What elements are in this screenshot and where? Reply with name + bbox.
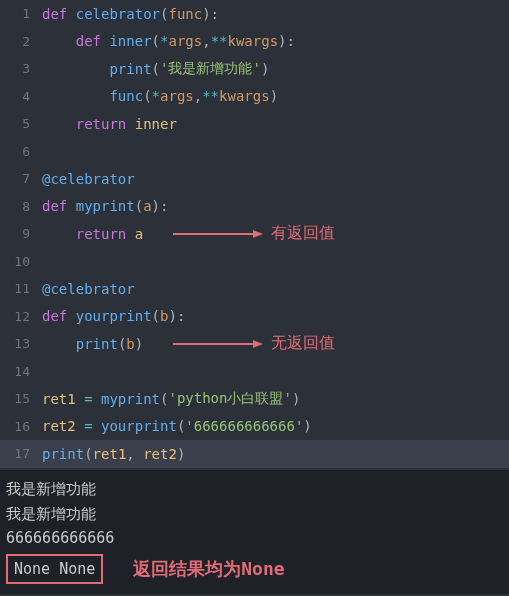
arrow-icon — [173, 229, 263, 239]
line-number: 9 — [0, 226, 42, 241]
code-line[interactable]: 15ret1 = myprint('python小白联盟') — [0, 385, 509, 413]
line-number: 1 — [0, 6, 42, 21]
code-content: func(*args,**kwargs) — [42, 88, 278, 104]
code-line[interactable]: 4 func(*args,**kwargs) — [0, 83, 509, 111]
code-annotation: 有返回值 — [271, 223, 335, 244]
code-line[interactable]: 10 — [0, 248, 509, 276]
code-line[interactable]: 16ret2 = yourprint('666666666666') — [0, 413, 509, 441]
code-line[interactable]: 12def yourprint(b): — [0, 303, 509, 331]
svg-marker-1 — [253, 230, 263, 238]
line-number: 12 — [0, 309, 42, 324]
line-number: 13 — [0, 336, 42, 351]
code-content: def celebrator(func): — [42, 6, 219, 22]
code-editor: 1def celebrator(func):2 def inner(*args,… — [0, 0, 509, 470]
code-content: def yourprint(b): — [42, 308, 185, 324]
line-number: 4 — [0, 89, 42, 104]
line-number: 6 — [0, 144, 42, 159]
code-content: print('我是新增功能') — [42, 60, 269, 78]
code-line[interactable]: 13 print(b)无返回值 — [0, 330, 509, 358]
line-number: 7 — [0, 171, 42, 186]
line-number: 17 — [0, 446, 42, 461]
code-annotation: 无返回值 — [271, 333, 335, 354]
line-number: 5 — [0, 116, 42, 131]
code-content: ret2 = yourprint('666666666666') — [42, 418, 312, 434]
line-number: 10 — [0, 254, 42, 269]
code-content: print(ret1, ret2) — [42, 446, 185, 462]
none-result-box: None None — [6, 554, 103, 585]
code-line[interactable]: 11@celebrator — [0, 275, 509, 303]
code-line[interactable]: 17print(ret1, ret2) — [0, 440, 509, 468]
code-line[interactable]: 2 def inner(*args,**kwargs): — [0, 28, 509, 56]
output-panel: 我是新增功能我是新增功能666666666666 None None 返回结果均… — [0, 470, 509, 594]
code-content: def inner(*args,**kwargs): — [42, 33, 295, 49]
code-line[interactable]: 9 return a有返回值 — [0, 220, 509, 248]
line-number: 16 — [0, 419, 42, 434]
code-content: @celebrator — [42, 171, 135, 187]
line-number: 11 — [0, 281, 42, 296]
code-content: return a有返回值 — [42, 223, 335, 244]
code-line[interactable]: 3 print('我是新增功能') — [0, 55, 509, 83]
code-line[interactable]: 1def celebrator(func): — [0, 0, 509, 28]
output-line: 我是新增功能 — [6, 478, 503, 501]
output-line: 我是新增功能 — [6, 503, 503, 526]
code-line[interactable]: 8def myprint(a): — [0, 193, 509, 221]
line-number: 8 — [0, 199, 42, 214]
code-content: ret1 = myprint('python小白联盟') — [42, 390, 300, 408]
code-content: print(b)无返回值 — [42, 333, 335, 354]
code-line[interactable]: 5 return inner — [0, 110, 509, 138]
code-line[interactable]: 6 — [0, 138, 509, 166]
arrow-icon — [173, 339, 263, 349]
code-content: @celebrator — [42, 281, 135, 297]
result-annotation: 返回结果均为None — [133, 555, 284, 582]
line-number: 2 — [0, 34, 42, 49]
output-line: 666666666666 — [6, 527, 503, 550]
line-number: 3 — [0, 61, 42, 76]
line-number: 14 — [0, 364, 42, 379]
code-content: return inner — [42, 116, 177, 132]
code-line[interactable]: 14 — [0, 358, 509, 386]
line-number: 15 — [0, 391, 42, 406]
code-content: def myprint(a): — [42, 198, 168, 214]
code-line[interactable]: 7@celebrator — [0, 165, 509, 193]
svg-marker-3 — [253, 340, 263, 348]
